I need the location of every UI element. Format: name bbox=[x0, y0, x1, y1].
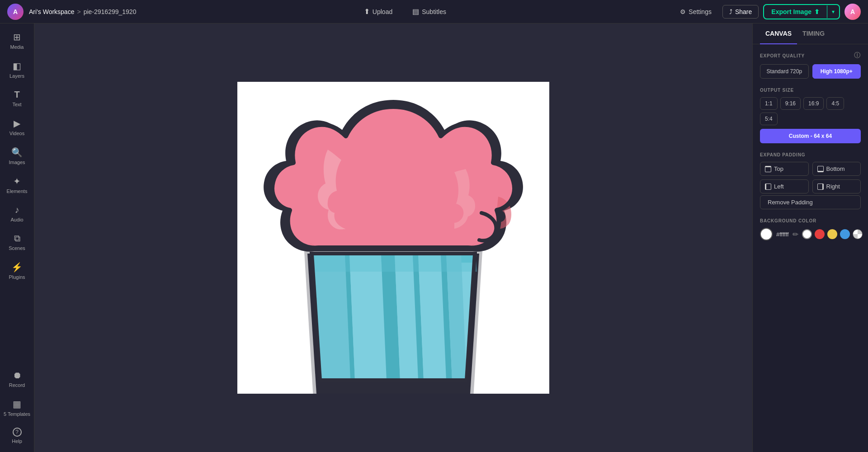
canvas-area[interactable] bbox=[34, 24, 752, 452]
panel-tabs: CANVAS TIMING bbox=[753, 24, 868, 44]
audio-icon: ♪ bbox=[15, 205, 19, 215]
share-button[interactable]: ⤴ Share bbox=[722, 5, 759, 19]
output-size-title: OUTPUT SIZE bbox=[760, 88, 861, 93]
topbar-right: ⚙ Settings ⤴ Share Export Image ⬆ ▾ A bbox=[674, 4, 861, 20]
quality-standard-button[interactable]: Standard 720p bbox=[760, 64, 809, 79]
color-presets bbox=[802, 229, 863, 239]
size-16-9-button[interactable]: 16:9 bbox=[803, 97, 824, 110]
expand-padding-title: EXPAND PADDING bbox=[760, 152, 861, 157]
color-preset-red[interactable] bbox=[815, 229, 825, 239]
padding-left-button[interactable]: Left bbox=[760, 179, 809, 193]
subtitles-icon: ▤ bbox=[412, 7, 419, 16]
templates-icon: ▦ bbox=[13, 399, 21, 410]
sidebar-item-label: Media bbox=[10, 44, 24, 50]
padding-buttons: Top Bottom Left Right bbox=[760, 162, 861, 193]
breadcrumb-separator: > bbox=[77, 8, 80, 15]
sidebar-item-layers[interactable]: ◧ Layers bbox=[2, 56, 33, 83]
background-color-row: #ffffff ✏ bbox=[760, 228, 861, 240]
remove-padding-button[interactable]: Remove Padding bbox=[760, 195, 861, 209]
quality-high-button[interactable]: High 1080p+ bbox=[812, 64, 861, 79]
background-color-section: BACKGROUND COLOR #ffffff ✏ bbox=[760, 218, 861, 240]
panel-content: EXPORT QUALITY ⓘ Standard 720p High 1080… bbox=[753, 44, 868, 248]
padding-right-button[interactable]: Right bbox=[812, 179, 861, 193]
export-quality-section: EXPORT QUALITY ⓘ Standard 720p High 1080… bbox=[760, 52, 861, 79]
expand-padding-section: EXPAND PADDING Top Bottom Left bbox=[760, 152, 861, 209]
padding-top-button[interactable]: Top bbox=[760, 162, 809, 176]
color-preset-white[interactable] bbox=[802, 229, 812, 239]
text-icon: T bbox=[14, 89, 19, 100]
tab-timing[interactable]: TIMING bbox=[797, 24, 830, 44]
plugins-icon: ⚡ bbox=[11, 262, 23, 273]
size-1-1-button[interactable]: 1:1 bbox=[760, 97, 778, 110]
export-quality-title: EXPORT QUALITY ⓘ bbox=[760, 52, 861, 60]
padding-left-icon bbox=[765, 184, 771, 190]
app-logo[interactable]: A bbox=[7, 4, 24, 20]
background-color-swatch[interactable] bbox=[760, 228, 773, 240]
sidebar-item-elements[interactable]: ✦ Elements bbox=[2, 171, 33, 198]
workspace-label[interactable]: Ari's Workspace bbox=[29, 8, 74, 15]
color-preset-blue[interactable] bbox=[840, 229, 850, 239]
sidebar-item-text[interactable]: T Text bbox=[2, 85, 33, 112]
right-panel: CANVAS TIMING EXPORT QUALITY ⓘ Standard … bbox=[752, 24, 868, 452]
sidebar-item-audio[interactable]: ♪ Audio bbox=[2, 200, 33, 227]
size-ratio-buttons: 1:1 9:16 16:9 4:5 5:4 bbox=[760, 97, 861, 125]
sidebar-item-label: Layers bbox=[9, 73, 24, 79]
sidebar-item-label: 5 Templates bbox=[4, 411, 30, 417]
color-preset-yellow[interactable] bbox=[827, 229, 837, 239]
main-layout: ⊞ Media ◧ Layers T Text ▶ Videos 🔍 Image… bbox=[0, 24, 868, 452]
sidebar-item-record[interactable]: ⏺ Record bbox=[2, 366, 33, 392]
sidebar-item-images[interactable]: 🔍 Images bbox=[2, 142, 33, 170]
topbar-center: ⬆ Upload ▤ Subtitles bbox=[142, 5, 668, 19]
topbar: A Ari's Workspace > pie-2916299_1920 ⬆ U… bbox=[0, 0, 868, 24]
sidebar-item-label: Plugins bbox=[9, 274, 25, 280]
sidebar-item-label: Text bbox=[12, 102, 21, 107]
size-9-16-button[interactable]: 9:16 bbox=[780, 97, 801, 110]
avatar[interactable]: A bbox=[844, 4, 861, 20]
size-5-4-button[interactable]: 5:4 bbox=[760, 113, 778, 125]
scenes-icon: ⧉ bbox=[14, 233, 20, 244]
background-color-title: BACKGROUND COLOR bbox=[760, 218, 861, 223]
export-button-group: Export Image ⬆ ▾ bbox=[763, 4, 840, 19]
sidebar-item-label: Scenes bbox=[9, 245, 25, 251]
canvas-frame bbox=[237, 82, 549, 394]
upload-button[interactable]: ⬆ Upload bbox=[359, 5, 398, 19]
sidebar-item-videos[interactable]: ▶ Videos bbox=[2, 113, 33, 141]
sidebar-item-templates[interactable]: ▦ 5 Templates bbox=[2, 394, 33, 421]
padding-right-icon bbox=[817, 184, 824, 190]
sidebar-item-label: Elements bbox=[7, 188, 28, 194]
eyedropper-icon[interactable]: ✏ bbox=[793, 230, 798, 239]
padding-bottom-button[interactable]: Bottom bbox=[812, 162, 861, 176]
images-icon: 🔍 bbox=[11, 147, 23, 158]
elements-icon: ✦ bbox=[13, 176, 21, 187]
filename-label: pie-2916299_1920 bbox=[84, 8, 137, 15]
tab-canvas[interactable]: CANVAS bbox=[760, 24, 797, 44]
quality-buttons: Standard 720p High 1080p+ bbox=[760, 64, 861, 79]
sidebar-item-plugins[interactable]: ⚡ Plugins bbox=[2, 257, 33, 284]
sidebar-item-help[interactable]: ? Help bbox=[2, 423, 33, 448]
custom-size-button[interactable]: Custom - 64 x 64 bbox=[760, 129, 861, 143]
sidebar: ⊞ Media ◧ Layers T Text ▶ Videos 🔍 Image… bbox=[0, 24, 34, 452]
output-size-section: OUTPUT SIZE 1:1 9:16 16:9 4:5 bbox=[760, 88, 861, 143]
sidebar-item-label: Help bbox=[12, 438, 22, 444]
info-icon[interactable]: ⓘ bbox=[854, 52, 861, 60]
settings-button[interactable]: ⚙ Settings bbox=[674, 5, 718, 18]
sidebar-item-label: Videos bbox=[9, 131, 24, 136]
settings-icon: ⚙ bbox=[680, 8, 686, 15]
size-4-5-button[interactable]: 4:5 bbox=[826, 97, 844, 110]
color-preset-transparent[interactable] bbox=[853, 229, 863, 239]
background-color-hex: #ffffff bbox=[776, 231, 789, 238]
sidebar-item-scenes[interactable]: ⧉ Scenes bbox=[2, 229, 33, 255]
sidebar-item-media[interactable]: ⊞ Media bbox=[2, 27, 33, 54]
export-image-button[interactable]: Export Image ⬆ bbox=[764, 5, 827, 19]
share-icon: ⤴ bbox=[729, 8, 732, 15]
breadcrumb: Ari's Workspace > pie-2916299_1920 bbox=[29, 8, 136, 15]
upload-icon: ⬆ bbox=[364, 7, 370, 16]
videos-icon: ▶ bbox=[14, 118, 20, 129]
export-dropdown-button[interactable]: ▾ bbox=[827, 5, 839, 18]
cupcake-illustration bbox=[237, 82, 549, 394]
record-icon: ⏺ bbox=[13, 370, 22, 381]
padding-top-icon bbox=[765, 166, 771, 172]
sidebar-item-label: Images bbox=[9, 160, 25, 165]
sidebar-item-label: Audio bbox=[10, 217, 23, 222]
subtitles-button[interactable]: ▤ Subtitles bbox=[407, 5, 452, 19]
